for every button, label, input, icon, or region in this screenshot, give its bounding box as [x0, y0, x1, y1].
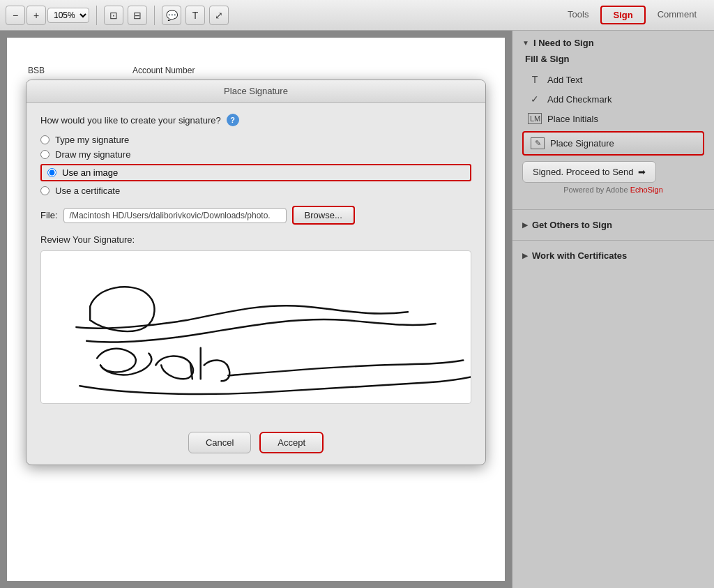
add-text-item[interactable]: T Add Text [522, 70, 704, 89]
add-text-label: Add Text [547, 75, 582, 85]
browse-button[interactable]: Browse... [292, 206, 355, 225]
add-checkmark-item[interactable]: ✓ Add Checkmark [522, 89, 704, 109]
initials-icon: LM [528, 113, 542, 124]
dialog-overlay: Place Signature How would you like to cr… [0, 73, 512, 588]
radio-cert[interactable] [40, 186, 50, 195]
zoom-in-button[interactable]: + [26, 6, 46, 25]
tab-tools[interactable]: Tools [556, 6, 600, 24]
get-others-header[interactable]: ▶ Get Others to Sign [522, 220, 704, 230]
question-text: How would you like to create your signat… [40, 115, 221, 126]
text-icon: T [528, 74, 542, 85]
place-signature-label: Place Signature [550, 138, 614, 149]
signature-options: Type my signature Draw my signature Use … [40, 135, 471, 196]
main-area: BSB Account Number Place Signature How w… [0, 31, 714, 588]
expand-icon-2: ▶ [522, 252, 528, 259]
fit-page-button[interactable]: ⊡ [104, 6, 123, 25]
place-signature-dialog: Place Signature How would you like to cr… [26, 80, 486, 465]
dialog-body: How would you like to create your signat… [26, 103, 485, 425]
signature-svg [41, 251, 471, 403]
document-area: BSB Account Number Place Signature How w… [0, 31, 512, 588]
arrow-icon: ➡ [638, 167, 646, 177]
signature-preview [40, 250, 471, 404]
get-others-label: Get Others to Sign [532, 220, 612, 230]
help-icon[interactable]: ? [227, 114, 239, 126]
fill-sign-title: Fill & Sign [522, 54, 704, 64]
option-type-signature[interactable]: Type my signature [40, 135, 471, 145]
need-to-sign-title: I Need to Sign [533, 38, 594, 48]
radio-image[interactable] [47, 168, 56, 177]
add-checkmark-label: Add Checkmark [547, 94, 612, 105]
proceed-to-send-button[interactable]: Signed. Proceed to Send ➡ [522, 161, 656, 183]
panel-divider-2 [512, 240, 714, 241]
expand-button[interactable]: ⤢ [209, 6, 229, 25]
file-row: File: /Macintosh HD/Users/daliborivkovic… [40, 206, 471, 225]
option-type-label: Type my signature [55, 135, 129, 145]
radio-draw[interactable] [40, 150, 50, 159]
option-draw-signature[interactable]: Draw my signature [40, 149, 471, 160]
callout-button[interactable]: 💬 [162, 6, 181, 25]
text-tool-button[interactable]: T [185, 6, 205, 25]
zoom-select[interactable]: 105% 100% 75% 50% [47, 8, 89, 23]
place-initials-item[interactable]: LM Place Initials [522, 109, 704, 128]
option-draw-label: Draw my signature [55, 149, 130, 160]
option-certificate[interactable]: Use a certificate [40, 186, 471, 196]
tab-sign[interactable]: Sign [600, 6, 645, 24]
dialog-footer: Cancel Accept [26, 425, 485, 465]
toolbar-tabs: Tools Sign Comment [556, 6, 708, 24]
right-panel: ▼ I Need to Sign Fill & Sign T Add Text … [512, 31, 714, 588]
get-others-section[interactable]: ▶ Get Others to Sign [512, 214, 714, 236]
need-to-sign-section: ▼ I Need to Sign Fill & Sign T Add Text … [512, 31, 714, 205]
dialog-question: How would you like to create your signat… [40, 114, 471, 126]
work-certificates-section[interactable]: ▶ Work with Certificates [512, 245, 714, 266]
option-image-box[interactable]: Use an image [40, 164, 471, 181]
panel-divider-1 [512, 209, 714, 210]
collapse-icon: ▼ [522, 39, 529, 47]
radio-type[interactable] [40, 135, 50, 144]
zoom-out-button[interactable]: − [6, 6, 25, 25]
option-cert-label: Use a certificate [55, 186, 120, 196]
file-path: /Macintosh HD/Users/daliborivkovic/Downl… [63, 208, 287, 223]
zoom-control[interactable]: − + 105% 100% 75% 50% [6, 6, 89, 25]
proceed-label: Signed. Proceed to Send [533, 167, 634, 177]
checkmark-icon: ✓ [528, 93, 542, 105]
powered-by-text: Powered by Adobe EchoSign [522, 186, 704, 198]
dialog-title: Place Signature [26, 80, 485, 103]
cancel-button[interactable]: Cancel [188, 432, 251, 453]
toolbar-separator-2 [154, 6, 155, 25]
fit-width-button[interactable]: ⊟ [128, 6, 147, 25]
accept-button[interactable]: Accept [259, 432, 324, 453]
toolbar-separator [96, 6, 97, 25]
review-label: Review Your Signature: [40, 234, 471, 245]
expand-icon: ▶ [522, 221, 528, 229]
place-initials-label: Place Initials [547, 114, 598, 124]
option-image-label: Use an image [62, 167, 118, 178]
echosign-link[interactable]: EchoSign [630, 186, 663, 194]
signature-icon: ✎ [531, 137, 545, 149]
need-to-sign-header[interactable]: ▼ I Need to Sign [522, 38, 704, 48]
tab-comment[interactable]: Comment [646, 6, 708, 24]
work-certs-label: Work with Certificates [532, 250, 627, 261]
work-certs-header[interactable]: ▶ Work with Certificates [522, 250, 704, 261]
toolbar: − + 105% 100% 75% 50% ⊡ ⊟ 💬 T ⤢ Tools Si… [0, 0, 714, 31]
powered-by-label: Powered by Adobe [563, 186, 628, 194]
place-signature-button[interactable]: ✎ Place Signature [522, 131, 704, 156]
file-label: File: [40, 210, 58, 220]
